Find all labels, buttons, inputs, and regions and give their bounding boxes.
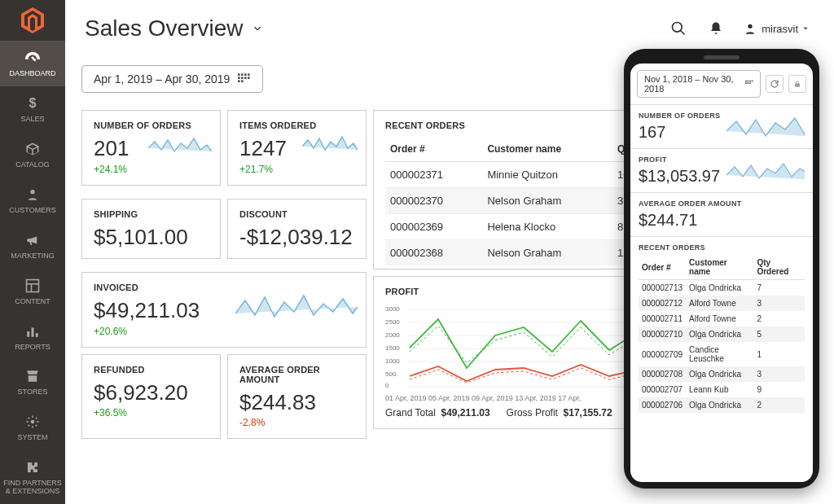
svg-text:2000: 2000	[385, 331, 400, 339]
svg-text:2500: 2500	[385, 318, 400, 326]
cell-customer: Alford Towne	[686, 296, 753, 311]
svg-rect-38	[749, 81, 751, 82]
gross-profit-value: $17,155.72	[564, 407, 612, 419]
cell-qty: 5	[753, 327, 805, 342]
col-name[interactable]: Customer name	[686, 255, 753, 280]
profit-x-axis: 01 Apr, 2019 05 Apr, 2019 09 Apr, 2019 1…	[385, 394, 646, 402]
table-row[interactable]: 000002707Leann Kub9	[639, 382, 805, 397]
cell-order-id: 000002713	[639, 280, 686, 296]
cell-customer: Candice Leuschke	[686, 342, 753, 366]
mobile-metric-orders: NUMBER OF ORDERS 167	[630, 104, 813, 148]
recent-orders-table: Order # Customer name Q 000002371Minnie …	[385, 137, 646, 265]
grand-total-label: Grand Total	[385, 407, 436, 419]
cell-qty: 3	[753, 296, 805, 311]
svg-point-11	[748, 24, 753, 28]
mobile-orders-table: Order # Customer name Qty Ordered 000002…	[639, 255, 805, 413]
date-range-picker[interactable]: Apr 1, 2019 – Apr 30, 2019	[81, 65, 263, 93]
cell-customer: Olga Ondricka	[686, 327, 753, 342]
col-order[interactable]: Order #	[639, 255, 686, 280]
sidebar-item-customers[interactable]: CUSTOMERS	[0, 177, 65, 223]
col-qty[interactable]: Qty Ordered	[753, 255, 805, 280]
user-menu[interactable]: mirasvit	[744, 22, 814, 35]
cell-customer: Nelson Graham	[482, 188, 612, 214]
metric-card-shipping: SHIPPING $5,101.00	[81, 199, 221, 260]
table-row[interactable]: 000002368Nelson Graham15	[385, 240, 646, 266]
sidebar-label: DASHBOARD	[9, 70, 55, 78]
sidebar-item-content[interactable]: CONTENT	[0, 269, 65, 314]
sidebar-label: MARKETING	[11, 252, 55, 261]
table-row[interactable]: 000002713Olga Ondricka7	[639, 280, 805, 296]
metric-title: PROFIT	[639, 156, 720, 164]
svg-rect-43	[795, 84, 800, 87]
mobile-metric-profit: PROFIT $13,053.97	[630, 148, 813, 192]
sidebar-item-partners[interactable]: FIND PARTNERS & EXTENSIONS	[0, 450, 65, 504]
metric-title: ITEMS ORDERED	[239, 121, 354, 130]
metric-card-items: ITEMS ORDERED 1247 +21.7%	[227, 110, 367, 186]
cell-qty: 9	[753, 382, 805, 397]
svg-rect-7	[36, 333, 38, 337]
svg-rect-40	[745, 82, 747, 84]
metric-title: AVERAGE ORDER AMOUNT	[639, 199, 805, 208]
sidebar-item-reports[interactable]: REPORTS	[0, 314, 65, 360]
metric-title: DISCOUNT	[239, 209, 354, 219]
table-row[interactable]: 000002371Minnie Quitzon10	[385, 162, 646, 188]
metric-value: $244.83	[239, 391, 354, 414]
page-title-dropdown[interactable]: Sales Overview	[85, 15, 263, 42]
megaphone-icon	[24, 231, 41, 249]
sidebar-item-dashboard[interactable]: DASHBOARD	[0, 41, 65, 86]
svg-rect-16	[238, 77, 240, 79]
sidebar-item-catalog[interactable]: CATALOG	[0, 132, 65, 177]
svg-text:1500: 1500	[385, 344, 400, 352]
metric-value: $244.71	[639, 211, 805, 230]
svg-rect-41	[747, 82, 748, 84]
mobile-date-range-picker[interactable]: Nov 1, 2018 – Nov 30, 2018	[637, 70, 761, 98]
sparkline	[235, 291, 358, 325]
lock-button[interactable]	[788, 75, 806, 93]
table-row[interactable]: 000002711Alford Towne2	[639, 311, 805, 327]
refresh-button[interactable]	[766, 75, 784, 93]
svg-text:0: 0	[385, 382, 389, 389]
sidebar-item-stores[interactable]: STORES	[0, 359, 65, 405]
calendar-grid-icon	[745, 80, 753, 88]
metric-card-refunded: REFUNDED $6,923.20 +36.5%	[81, 354, 221, 440]
table-row[interactable]: 000002369Helena Klocko8	[385, 214, 646, 240]
sparkline	[726, 113, 805, 141]
col-name[interactable]: Customer name	[482, 137, 612, 162]
svg-rect-13	[241, 73, 244, 76]
cell-order-id: 000002712	[639, 296, 686, 311]
sparkline	[148, 134, 212, 160]
notifications-button[interactable]	[706, 19, 726, 38]
table-row[interactable]: 000002712Alford Towne3	[639, 296, 805, 311]
sidebar-item-sales[interactable]: $SALES	[0, 86, 65, 132]
metric-value: -$12,039.12	[239, 226, 354, 249]
lock-icon	[793, 79, 801, 89]
table-row[interactable]: 000002709Candice Leuschke1	[639, 342, 805, 366]
svg-rect-39	[751, 81, 753, 82]
sidebar-label: REPORTS	[15, 344, 50, 352]
metric-delta: +24.1%	[94, 164, 208, 175]
cell-qty: 1	[753, 342, 805, 366]
cell-order-id: 000002368	[385, 240, 482, 266]
cube-icon	[25, 140, 40, 158]
cell-order-id: 000002706	[639, 397, 686, 413]
table-row[interactable]: 000002710Olga Ondricka5	[639, 327, 805, 342]
search-button[interactable]	[669, 19, 688, 38]
cell-order-id: 000002711	[639, 311, 686, 327]
cell-order-id: 000002710	[639, 327, 686, 342]
sidebar-item-marketing[interactable]: MARKETING	[0, 223, 65, 269]
metric-delta: -2.8%	[239, 417, 354, 428]
col-order[interactable]: Order #	[385, 137, 482, 162]
table-row[interactable]: 000002370Nelson Graham3	[385, 188, 646, 214]
user-icon	[744, 22, 757, 35]
table-row[interactable]: 000002708Olga Ondricka3	[639, 366, 805, 382]
sidebar-item-system[interactable]: SYSTEM	[0, 405, 65, 450]
metric-card-discount: DISCOUNT -$12,039.12	[227, 199, 367, 260]
metric-card-avg: AVERAGE ORDER AMOUNT $244.83 -2.8%	[227, 354, 367, 440]
admin-sidebar: DASHBOARD $SALES CATALOG CUSTOMERS MARKE…	[0, 0, 65, 504]
table-row[interactable]: 000002706Olga Ondricka2	[639, 397, 805, 413]
svg-rect-17	[241, 77, 244, 79]
svg-rect-19	[248, 77, 250, 79]
svg-rect-15	[248, 73, 250, 76]
cell-customer: Helena Klocko	[482, 214, 612, 240]
svg-point-8	[31, 420, 35, 424]
